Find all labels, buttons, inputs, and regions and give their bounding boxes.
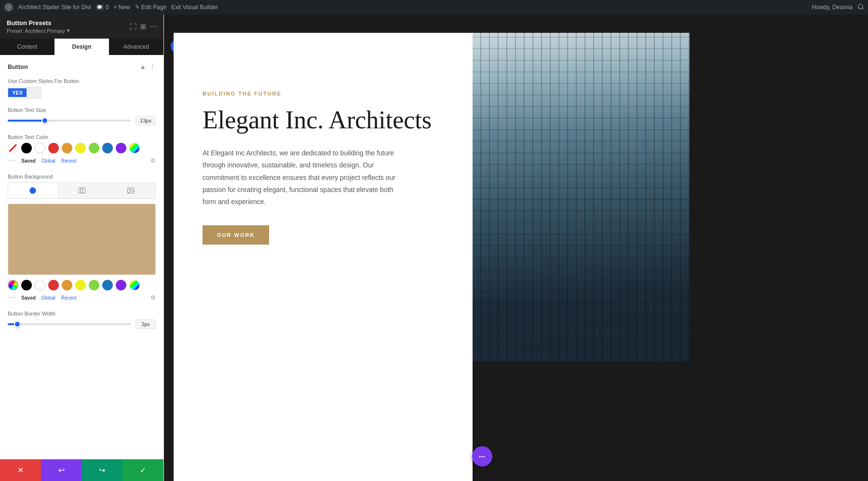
bg-image-tab[interactable]: [106, 183, 155, 198]
exit-builder-label: Exit Visual Builder: [171, 4, 218, 11]
custom-styles-label: Use Custom Styles For Button: [8, 78, 156, 84]
svg-rect-5: [79, 188, 85, 193]
color-black[interactable]: [21, 143, 32, 153]
color-settings-icon[interactable]: ⚙: [150, 157, 156, 164]
redo-button[interactable]: ↪: [82, 459, 123, 481]
building-photo: [473, 33, 690, 361]
bg-color-swatches: ··· Saved Global Recent ⚙: [8, 280, 156, 302]
text-size-fill: [8, 120, 45, 122]
new-button[interactable]: + New: [113, 4, 130, 11]
border-width-track[interactable]: [8, 323, 131, 325]
bg-color-green[interactable]: [89, 280, 99, 290]
bottom-bar: ✕ ↩ ↪ ✓: [0, 459, 163, 481]
bg-color-white[interactable]: [35, 280, 45, 290]
button-section-title: Button: [8, 63, 28, 70]
border-width-field: Button Border Width 2px: [8, 311, 156, 329]
recent-tab[interactable]: Recent: [61, 158, 77, 164]
our-work-button[interactable]: OUR WORK: [203, 225, 269, 245]
save-button[interactable]: ✓: [122, 459, 163, 481]
admin-bar-right: Howdy, Deanna: [812, 3, 865, 12]
howdy-text: Howdy, Deanna: [812, 4, 853, 11]
cancel-icon: ✕: [17, 466, 24, 475]
color-orange[interactable]: [62, 143, 72, 153]
tab-content[interactable]: Content: [0, 39, 54, 55]
expand-icon[interactable]: ⛶: [130, 23, 136, 30]
color-green[interactable]: [89, 143, 99, 153]
left-panel: Button Presets Preset: Architect Primary…: [0, 14, 164, 481]
bg-picker-active[interactable]: [8, 280, 18, 290]
our-work-label: OUR WORK: [217, 232, 255, 238]
tab-advanced[interactable]: Advanced: [109, 39, 163, 55]
border-width-slider-wrap: 2px: [8, 319, 156, 329]
text-size-thumb[interactable]: [41, 117, 48, 124]
tab-design[interactable]: Design: [54, 39, 109, 55]
preset-label[interactable]: Preset: Architect Primary ▾: [7, 27, 70, 34]
more-colors-button[interactable]: ···: [8, 156, 15, 165]
section-more-button[interactable]: ⋮: [149, 63, 156, 70]
bg-color-row: [8, 280, 156, 290]
button-section-header: Button ▲ ⋮: [8, 63, 156, 70]
bg-color-tab[interactable]: [8, 183, 57, 198]
comment-bubble[interactable]: 💬 0: [96, 4, 109, 11]
text-size-label: Button Text Size: [8, 107, 156, 113]
hero-section: BUILDING THE FUTURE Elegant Inc. Archite…: [174, 33, 473, 481]
columns-icon[interactable]: ⊞: [140, 23, 146, 30]
site-name[interactable]: Architect Starter Site for Divi: [18, 4, 91, 11]
color-purple[interactable]: [116, 143, 126, 153]
panel-controls: ⛶ ⊞ ⋯: [130, 23, 157, 30]
saved-tab[interactable]: Saved: [21, 158, 35, 164]
bg-color-picker[interactable]: [129, 280, 140, 290]
toggle-no-area: [27, 87, 41, 98]
bg-color-orange[interactable]: [62, 280, 72, 290]
bg-color-yellow[interactable]: [75, 280, 86, 290]
cancel-button[interactable]: ✕: [0, 459, 41, 481]
bg-color-blue[interactable]: [102, 280, 113, 290]
text-color-label: Button Text Color: [8, 134, 156, 140]
edit-page-button[interactable]: ✎ Edit Page: [135, 4, 166, 11]
bg-recent-tab[interactable]: Recent: [61, 295, 77, 301]
save-icon: ✓: [140, 466, 146, 475]
collapse-section-button[interactable]: ▲: [139, 63, 146, 70]
color-transparent[interactable]: [8, 143, 18, 153]
main-layout: Button Presets Preset: Architect Primary…: [0, 14, 868, 481]
border-width-thumb[interactable]: [14, 321, 21, 328]
color-picker[interactable]: [129, 143, 140, 153]
custom-styles-field: Use Custom Styles For Button YES: [8, 78, 156, 98]
undo-button[interactable]: ↩: [41, 459, 82, 481]
bg-color-settings-icon[interactable]: ⚙: [150, 294, 156, 301]
wp-logo-icon[interactable]: [4, 2, 14, 12]
text-size-track[interactable]: [8, 120, 131, 122]
undo-icon: ↩: [58, 466, 65, 475]
hero-title: Elegant Inc. Architects: [203, 106, 444, 134]
building-facade: [473, 33, 690, 361]
bg-field: Button Background: [8, 174, 156, 302]
bg-global-tab[interactable]: Global: [41, 295, 55, 301]
bg-color-black[interactable]: [21, 280, 32, 290]
more-options-icon[interactable]: ⋯: [150, 23, 157, 30]
custom-styles-toggle[interactable]: YES: [8, 87, 41, 98]
bg-color-preview[interactable]: [8, 204, 156, 275]
bg-saved-tab[interactable]: Saved: [21, 295, 35, 301]
text-size-field: Button Text Size 13px: [8, 107, 156, 125]
bg-gradient-tab[interactable]: [57, 183, 107, 198]
bg-color-red[interactable]: [48, 280, 59, 290]
bg-label: Button Background: [8, 174, 156, 179]
comment-count: 0: [106, 4, 109, 11]
divi-float-button[interactable]: •••: [472, 446, 492, 467]
color-blue[interactable]: [102, 143, 113, 153]
text-size-slider-wrap: 13px: [8, 116, 156, 125]
panel-title: Button Presets: [7, 19, 70, 27]
color-red[interactable]: [48, 143, 59, 153]
global-tab[interactable]: Global: [41, 158, 55, 164]
color-white[interactable]: [35, 143, 45, 153]
edit-page-label: ✎ Edit Page: [135, 4, 166, 11]
admin-bar: Architect Starter Site for Divi 💬 0 + Ne…: [0, 0, 868, 14]
bg-color-purple[interactable]: [116, 280, 126, 290]
bg-more-colors-button[interactable]: ···: [8, 293, 15, 302]
search-icon[interactable]: [857, 3, 864, 12]
text-color-swatches: ··· Saved Global Recent ⚙: [8, 143, 156, 165]
exit-builder-button[interactable]: Exit Visual Builder: [171, 4, 218, 11]
svg-point-9: [129, 189, 130, 190]
color-yellow[interactable]: [75, 143, 86, 153]
section-controls: ▲ ⋮: [139, 63, 156, 70]
